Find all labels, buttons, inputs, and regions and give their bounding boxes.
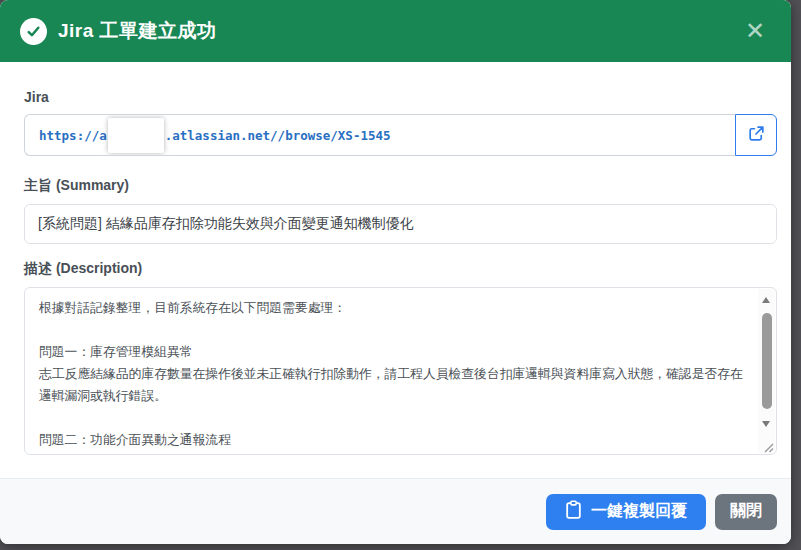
resize-grip-icon[interactable] <box>761 439 774 452</box>
jira-url-label: Jira <box>24 89 777 105</box>
close-modal-button[interactable]: 關閉 <box>715 494 777 530</box>
summary-input[interactable] <box>24 204 777 244</box>
close-modal-label: 關閉 <box>730 501 762 522</box>
description-textarea[interactable]: 根據對話記錄整理，目前系統存在以下問題需要處理： 問題一：庫存管理模組異常 志工… <box>24 287 777 455</box>
modal-body: Jira https://a.atlassian.net//browse/XS-… <box>0 62 791 478</box>
modal-title: Jira 工單建立成功 <box>58 18 217 44</box>
scroll-up-icon[interactable] <box>762 297 770 303</box>
success-check-icon <box>20 18 47 45</box>
description-text: 根據對話記錄整理，目前系統存在以下問題需要處理： 問題一：庫存管理模組異常 志工… <box>25 288 752 454</box>
modal-footer: 一鍵複製回覆 關閉 <box>0 478 791 544</box>
open-link-button[interactable] <box>735 114 777 156</box>
description-scrollbar[interactable] <box>758 289 775 453</box>
scroll-down-icon[interactable] <box>762 421 770 427</box>
clipboard-icon <box>565 500 582 523</box>
jira-url-group: https://a.atlassian.net//browse/XS-1545 <box>24 114 777 156</box>
summary-label: 主旨 (Summary) <box>24 177 777 195</box>
close-icon[interactable]: ✕ <box>739 17 771 45</box>
jira-url-suffix: .atlassian.net//browse/XS-1545 <box>165 128 391 143</box>
copy-reply-button[interactable]: 一鍵複製回覆 <box>546 494 706 530</box>
modal-header: Jira 工單建立成功 ✕ <box>0 0 791 62</box>
jira-url-field[interactable]: https://a.atlassian.net//browse/XS-1545 <box>24 114 735 156</box>
url-redaction-box <box>108 118 164 153</box>
external-link-icon <box>747 124 766 146</box>
jira-success-modal: Jira 工單建立成功 ✕ Jira https://a.atlassian.n… <box>0 0 791 544</box>
jira-url-prefix: https://a <box>39 128 107 143</box>
scrollbar-thumb[interactable] <box>762 313 772 409</box>
copy-reply-label: 一鍵複製回覆 <box>591 501 687 522</box>
description-label: 描述 (Description) <box>24 260 777 278</box>
